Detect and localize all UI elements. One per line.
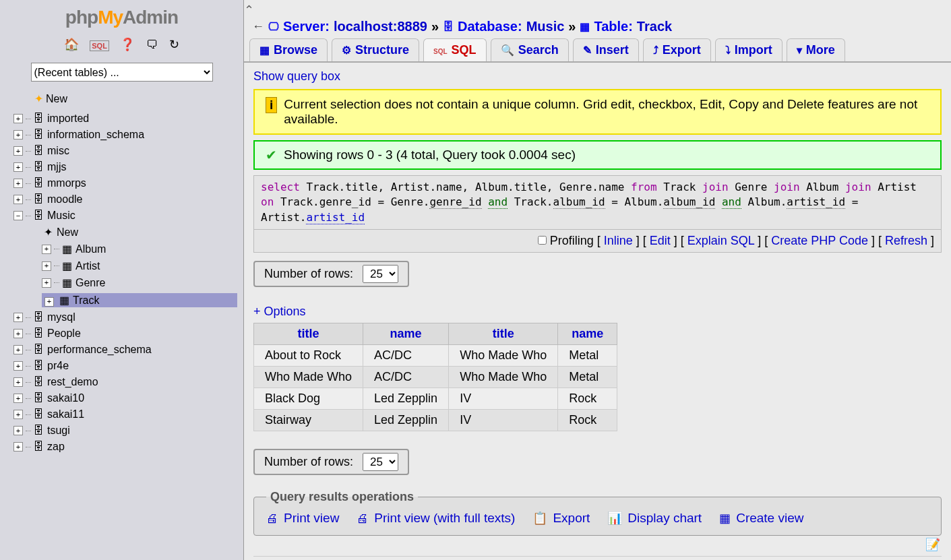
rows-select[interactable]: 25 (363, 265, 398, 283)
tree-toggle-icon[interactable]: + (13, 345, 23, 354)
sidebar-db-music[interactable]: −🗄Music (13, 208, 243, 224)
tree-toggle-icon[interactable]: + (13, 410, 23, 419)
sidebar-db-sakai10[interactable]: +🗄sakai10 (13, 390, 243, 406)
edit-link[interactable]: Edit (650, 234, 671, 247)
help-icon[interactable]: ❓ (120, 37, 135, 52)
tree-new[interactable]: ✦ New (13, 90, 243, 107)
table-cell: Metal (558, 345, 617, 367)
sidebar-db-misc[interactable]: +🗄misc (13, 143, 243, 159)
tree-toggle-icon[interactable]: + (42, 278, 51, 288)
sidebar-db-pr4e[interactable]: +🗄pr4e (13, 358, 243, 374)
table-cell: Stairway (254, 410, 363, 431)
export-link[interactable]: 📋Export (532, 511, 590, 526)
sidebar-db-rest_demo[interactable]: +🗄rest_demo (13, 374, 243, 390)
print-view-link[interactable]: 🖨Print view (266, 511, 339, 526)
refresh-link[interactable]: Refresh (885, 234, 927, 247)
tree-toggle-icon[interactable]: + (13, 394, 23, 403)
export-icon: ⤴ (653, 44, 658, 57)
new-star-icon: ✦ (42, 226, 54, 239)
table-cell: Rock (558, 410, 617, 431)
table-row: Black DogLed ZepplinIVRock (254, 388, 617, 410)
sidebar-table-album[interactable]: +▦Album (42, 241, 243, 257)
recent-tables-select[interactable]: (Recent tables) ... (31, 63, 213, 82)
sidebar-table-artist[interactable]: +▦Artist (42, 257, 243, 274)
database-link[interactable]: Music (526, 19, 565, 34)
create-view-link[interactable]: ▦Create view (719, 511, 803, 526)
tree-toggle-icon[interactable]: + (13, 377, 23, 387)
tab-sql[interactable]: SQLSQL (423, 38, 487, 61)
tab-search[interactable]: 🔍Search (491, 38, 569, 61)
column-header[interactable]: title (254, 323, 363, 345)
inline-link[interactable]: Inline (604, 234, 633, 247)
structure-icon: ⚙ (342, 44, 351, 57)
sidebar-db-information_schema[interactable]: +🗄information_schema (13, 127, 243, 143)
tab-more[interactable]: ▾More (787, 38, 845, 61)
home-icon[interactable]: 🏠 (64, 37, 79, 52)
table-link[interactable]: Track (637, 19, 672, 34)
tree-toggle-icon[interactable]: + (13, 130, 23, 139)
reload-icon[interactable]: ↻ (169, 37, 179, 52)
back-icon[interactable]: ← (252, 20, 264, 34)
tree-toggle-icon[interactable]: + (44, 297, 54, 307)
ops-row: 🖨Print view 🖨Print view (with full texts… (266, 511, 929, 526)
content: Show query box i Current selection does … (244, 63, 951, 560)
sidebar-db-mysql[interactable]: +🗄mysql (13, 309, 243, 325)
sql-icon[interactable]: SQL (90, 40, 109, 51)
tree-toggle-icon[interactable]: + (13, 329, 23, 338)
sidebar-table-new[interactable]: ✦New (42, 224, 243, 241)
tab-insert[interactable]: ✎Insert (573, 38, 639, 61)
sidebar-table-genre[interactable]: +▦Genre (42, 274, 243, 291)
column-header[interactable]: name (363, 323, 449, 345)
tree-toggle-icon[interactable]: + (42, 261, 51, 271)
sidebar-db-imported[interactable]: +🗄imported (13, 111, 243, 127)
column-header[interactable]: name (558, 323, 617, 345)
sidebar-db-tsugi[interactable]: +🗄tsugi (13, 423, 243, 439)
sidebar-db-people[interactable]: +🗄People (13, 325, 243, 342)
sql-icon: SQL (433, 44, 448, 57)
tab-import[interactable]: ⤵Import (715, 38, 783, 61)
tree-toggle-icon[interactable]: + (13, 162, 23, 172)
column-header[interactable]: title (449, 323, 558, 345)
table-cell: Metal (558, 367, 617, 388)
tab-browse[interactable]: ▦Browse (249, 38, 328, 61)
sidebar-db-zap[interactable]: +🗄zap (13, 439, 243, 455)
print-full-link[interactable]: 🖨Print view (with full texts) (357, 511, 515, 526)
table-label: Table: (594, 19, 632, 34)
sidebar-db-mmorps[interactable]: +🗄mmorps (13, 175, 243, 191)
database-icon: 🗄 (32, 328, 44, 340)
tree-toggle-icon[interactable]: + (13, 114, 23, 123)
tree-toggle-icon[interactable]: + (42, 245, 51, 254)
sidebar: phpMyAdmin 🏠 SQL ❓ 🗨 ↻ (Recent tables) .… (0, 0, 244, 560)
tree-toggle-icon[interactable]: + (13, 313, 23, 322)
chart-link[interactable]: 📊Display chart (607, 511, 702, 526)
tab-export[interactable]: ⤴Export (643, 38, 711, 61)
tab-structure[interactable]: ⚙Structure (332, 38, 419, 61)
tree-toggle-icon[interactable]: + (13, 361, 23, 371)
sidebar-db-mjjs[interactable]: +🗄mjjs (13, 159, 243, 175)
sidebar-table-track[interactable]: +▦Track (42, 291, 243, 309)
check-icon: ✔ (266, 147, 277, 163)
database-tree: ✦ New (0, 87, 243, 107)
options-link[interactable]: + Options (253, 305, 942, 319)
tree-toggle-icon[interactable]: + (13, 179, 23, 188)
rows-select[interactable]: 25 (363, 453, 398, 471)
tree-toggle-icon[interactable]: + (13, 195, 23, 204)
tree-toggle-icon[interactable]: + (13, 146, 23, 156)
server-link[interactable]: localhost:8889 (334, 19, 427, 34)
profiling-checkbox[interactable] (538, 236, 547, 245)
sidebar-db-sakai11[interactable]: +🗄sakai11 (13, 406, 243, 423)
note-icon[interactable]: 📝 (925, 537, 940, 552)
tree-toggle-icon[interactable]: + (13, 426, 23, 435)
browse-icon: ▦ (259, 44, 270, 57)
collapse-icon[interactable]: ⌃ (244, 3, 944, 18)
docs-icon[interactable]: 🗨 (146, 38, 158, 52)
sidebar-db-moodle[interactable]: +🗄moodle (13, 191, 243, 208)
tree-toggle-icon[interactable]: + (13, 442, 23, 452)
tree-toggle-icon[interactable]: − (13, 211, 23, 220)
create-php-link[interactable]: Create PHP Code (771, 234, 868, 247)
table-icon: ▦ (61, 259, 73, 272)
explain-link[interactable]: Explain SQL (687, 234, 754, 247)
sidebar-db-performance_schema[interactable]: +🗄performance_schema (13, 342, 243, 358)
table-row: About to RockAC/DCWho Made WhoMetal (254, 345, 617, 367)
show-query-link[interactable]: Show query box (253, 69, 942, 84)
